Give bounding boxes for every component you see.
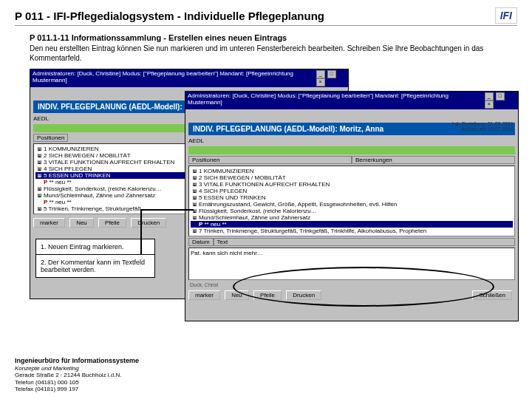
logo: IFI — [495, 7, 517, 24]
list-item[interactable]: 1 KOMMUNIZIEREN — [191, 168, 513, 174]
titlebar-text: Administratoren: [Duck, Christine] Modus… — [33, 70, 316, 86]
marker-button[interactable]: marker — [188, 290, 220, 300]
info-init: Init. Erstellung: 01.03.2001 — [452, 121, 514, 126]
schliessen-button[interactable]: Schließen — [472, 290, 512, 300]
list-item[interactable]: 5 ESSEN UND TRINKEN — [191, 194, 513, 201]
marker-button[interactable]: marker — [33, 218, 65, 228]
list-item[interactable]: 2 SICH BEWEGEN / MOBILITÄT — [191, 174, 513, 181]
col-positionen: Positionen — [188, 156, 352, 164]
page-title: P 011 - IFI-Pflegedialogsystem - Individ… — [15, 10, 324, 22]
col-text: Text — [214, 238, 515, 246]
col-bemerkungen: Bemerkungen — [352, 156, 515, 164]
titlebar: Administratoren: [Duck, Christine] Modus… — [30, 69, 348, 87]
section-body: Den neu erstellten Eintrag können Sie nu… — [30, 44, 517, 63]
screenshot-area: Administratoren: [Duck, Christine] Modus… — [30, 69, 517, 327]
text-entry: Pat. kann sich nicht mehr… — [191, 250, 263, 256]
pfeile-button[interactable]: Pfeile — [98, 218, 126, 228]
callout-1: 1. Neuen Eintrag markieren. — [36, 239, 154, 255]
maximize-icon[interactable]: □ — [327, 70, 336, 78]
info-dates: Init. Erstellung: 01.03.2001 Aufbau am 1… — [452, 121, 514, 132]
list-subitem[interactable]: Flüssigkeit, Sonderkost, (reiche Kalorie… — [191, 208, 513, 214]
info-aufbau: Aufbau am 15.07.2001 — [452, 126, 514, 132]
drucken-button[interactable]: Drucken — [131, 218, 166, 228]
list-subitem[interactable]: Mund/Schleimhaut, Zähne und Zahnersatz — [191, 214, 513, 221]
maximize-icon[interactable]: □ — [496, 92, 505, 100]
footer-addr: Gerade Straße 2 · 21244 Buchholz i.d.N. — [15, 372, 139, 379]
titlebar-buttons: _ □ × — [484, 92, 516, 109]
titlebar: Administratoren: [Duck, Christine] Modus… — [185, 92, 518, 109]
neu-button[interactable]: Neu — [225, 290, 249, 300]
footer-title: Ingenieurbüro für Informationssysteme — [15, 357, 139, 365]
section-subtitle: P 011.1-11 Informationssammlung - Erstel… — [30, 33, 517, 42]
callout-2: 2. Der Kommentar kann im Textfeld bearbe… — [36, 255, 154, 277]
close-icon[interactable]: × — [485, 100, 494, 109]
page-header: P 011 - IFI-Pflegedialogsystem - Individ… — [15, 7, 517, 26]
callout-box: 1. Neuen Eintrag markieren. 2. Der Komme… — [35, 239, 155, 278]
footer-fax: Telefax (04181) 999 197 — [15, 386, 139, 393]
close-icon[interactable]: × — [316, 78, 325, 86]
tab-row — [188, 146, 515, 154]
neu-button[interactable]: Neu — [69, 218, 94, 228]
comment-textarea[interactable]: Pat. kann sich nicht mehr… — [188, 248, 515, 280]
list-item[interactable]: 4 SICH PFLEGEN — [191, 188, 513, 194]
col-positionen: Positionen — [33, 134, 68, 142]
footer-sub: Konzepte und Marketing — [15, 365, 139, 372]
drucken-button[interactable]: Drucken — [286, 290, 321, 300]
pfeile-button[interactable]: Pfeile — [253, 290, 282, 300]
list-subitem[interactable]: 7 Trinken, Trinkmenge, Strukturgefäß, Tr… — [191, 228, 513, 234]
minimize-icon[interactable]: _ — [485, 92, 494, 100]
column-headers: Positionen Bemerkungen — [185, 156, 518, 164]
button-row: marker Neu Pfeile Drucken Schließen — [185, 288, 518, 302]
list-item[interactable]: 3 VITALE FUNKTIONEN AUFRECHT ERHALTEN — [191, 181, 513, 188]
text-column-headers: Datum Text — [185, 238, 518, 246]
minimize-icon[interactable]: _ — [316, 70, 325, 78]
list-subitem-selected[interactable]: P ** neu ** — [191, 221, 513, 228]
col-datum: Datum — [188, 238, 214, 246]
menu-bar[interactable]: AEDL — [185, 137, 518, 145]
status-bar: Duck, Christ — [185, 282, 518, 288]
list-box[interactable]: 1 KOMMUNIZIEREN 2 SICH BEWEGEN / MOBILIT… — [188, 166, 515, 236]
footer: Ingenieurbüro für Informationssysteme Ko… — [15, 357, 139, 393]
app-window-front: Administratoren: [Duck, Christine] Modus… — [185, 91, 519, 321]
titlebar-buttons: _ □ × — [316, 70, 346, 86]
footer-tel: Telefon (04181) 000 105 — [15, 379, 139, 386]
list-subitem[interactable]: Ernährungszustand, Gewicht, Größe, Appet… — [191, 201, 513, 208]
titlebar-text: Administratoren: [Duck, Christine] Modus… — [188, 92, 484, 109]
